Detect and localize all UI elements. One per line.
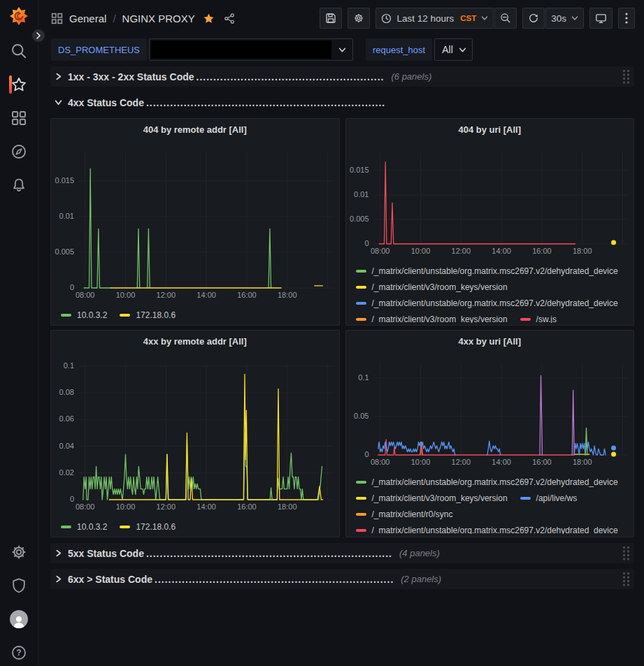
cycle-view-mode-button[interactable] — [589, 8, 613, 29]
panel-title[interactable]: 4xx by remote addr [All] — [51, 331, 339, 350]
row-title: 4xx Status Code — [68, 97, 144, 108]
dashboard-gear-icon — [353, 13, 364, 24]
legend-item[interactable]: /sw.js — [520, 314, 557, 324]
row-panel-count: (2 panels) — [401, 574, 441, 584]
chart-wrap: 08:0010:0012:0014:0016:0018:00 — [79, 364, 333, 513]
row-panel-count: (6 panels) — [391, 71, 431, 82]
legend-label: 10.0.3.2 — [77, 522, 107, 532]
chart-canvas[interactable]: 08:0010:0012:0014:0016:0018:00 — [79, 152, 333, 301]
sidebar-item-alerting[interactable] — [0, 168, 38, 202]
sidebar-item-dashboards[interactable] — [0, 101, 38, 135]
legend-item[interactable]: /_matrix/client/v3/room_keys/version — [356, 314, 508, 324]
favorite-star-icon[interactable] — [203, 13, 215, 24]
chart-canvas[interactable]: 08:0010:0012:0014:0016:0018:00 — [374, 152, 628, 257]
y-tick-label: 0.02 — [59, 468, 74, 477]
row-5xx-status-code[interactable]: 5xx Status Code ........................… — [50, 543, 634, 563]
legend-row: /_matrix/client/unstable/org.matrix.msc2… — [356, 263, 629, 279]
legend-item[interactable]: /_matrix/client/r0/sync — [356, 509, 453, 519]
legend-item[interactable]: 172.18.0.6 — [120, 522, 176, 532]
row-drag-handle[interactable] — [622, 69, 630, 84]
svg-text:18:00: 18:00 — [572, 458, 592, 466]
share-icon[interactable] — [224, 13, 236, 24]
breadcrumb-title[interactable]: NGINX PROXY — [122, 13, 195, 24]
legend: /_matrix/client/unstable/org.matrix.msc2… — [356, 474, 629, 534]
timezone-badge: CST — [460, 14, 476, 22]
row-1xx-3xx-2xx-status-code[interactable]: 1xx - 3xx - 2xx Status Code ............… — [50, 66, 634, 87]
sidebar-item-admin[interactable] — [0, 569, 38, 602]
clock-icon — [381, 13, 392, 24]
sidebar-item-favorites[interactable] — [0, 68, 38, 101]
chart-wrap: 08:0010:0012:0014:0016:0018:00 — [79, 152, 333, 301]
legend-item[interactable]: /_matrix/client/unstable/org.matrix.msc2… — [356, 266, 618, 276]
legend-label: /_matrix/client/unstable/org.matrix.msc2… — [372, 477, 618, 487]
sidebar-item-settings[interactable] — [0, 535, 38, 569]
sidebar-item-profile[interactable] — [0, 602, 38, 636]
time-range-picker[interactable]: Last 12 hours CST — [375, 8, 494, 29]
y-axis: 00.050.1 — [346, 364, 374, 455]
row-6xx-status-code[interactable]: 6xx > Status Code ......................… — [50, 569, 634, 589]
svg-text:14:00: 14:00 — [492, 458, 511, 466]
svg-text:10:00: 10:00 — [410, 247, 430, 255]
legend-item[interactable]: 172.18.0.6 — [120, 310, 176, 320]
legend: 10.0.3.2172.18.0.6 — [61, 307, 334, 323]
bell-icon — [10, 177, 27, 194]
refresh-button[interactable] — [522, 8, 545, 29]
refresh-group: 30s — [522, 8, 584, 29]
variable-ds-value-dropdown[interactable] — [149, 38, 353, 61]
breadcrumb-separator: / — [113, 13, 115, 24]
chart-wrap: 08:0010:0012:0014:0016:0018:00 — [374, 152, 628, 257]
legend-label: /_matrix/client/v3/room_keys/version — [372, 493, 508, 503]
dashboard-menu-button[interactable] — [618, 8, 635, 29]
grafana-logo-icon[interactable] — [9, 6, 29, 26]
legend-item[interactable]: /_matrix/client/unstable/org.matrix.msc2… — [356, 477, 618, 487]
chart-canvas[interactable]: 08:0010:0012:0014:0016:0018:00 — [374, 364, 628, 468]
legend-item[interactable]: /api/live/ws — [520, 493, 578, 503]
chevron-right-icon — [55, 549, 62, 557]
svg-text:14:00: 14:00 — [196, 291, 216, 299]
y-axis: 00.0050.010.015 — [51, 152, 79, 288]
save-dashboard-button[interactable] — [320, 8, 342, 29]
legend-row: 10.0.3.2172.18.0.6 — [61, 519, 334, 535]
legend-item[interactable]: /_matrix/client/unstable/org.matrix.msc2… — [356, 526, 618, 535]
breadcrumb-section[interactable]: General — [69, 13, 106, 24]
apps-grid-icon[interactable] — [51, 13, 63, 24]
variable-host-value-dropdown[interactable]: All — [434, 38, 473, 61]
row-leader-dots: ........................................… — [146, 548, 392, 559]
sidebar-item-help[interactable]: ? — [0, 636, 38, 666]
legend-item[interactable]: /_matrix/client/v3/room_keys/version — [356, 282, 508, 292]
refresh-interval-picker[interactable]: 30s — [545, 8, 584, 29]
legend-row: 10.0.3.2172.18.0.6 — [61, 307, 334, 323]
legend-item[interactable]: 10.0.3.2 — [61, 310, 107, 320]
legend: /_matrix/client/unstable/org.matrix.msc2… — [356, 263, 629, 323]
row-title: 1xx - 3xx - 2xx Status Code — [68, 71, 194, 82]
panel-title[interactable]: 4xx by uri [All] — [346, 331, 634, 350]
help-question-icon: ? — [10, 644, 27, 661]
dashboard-nav: General / NGINX PROXY — [38, 0, 644, 36]
y-tick-label: 0.015 — [350, 166, 369, 174]
expand-sidebar-button[interactable] — [29, 27, 48, 45]
row-drag-handle[interactable] — [622, 572, 630, 586]
legend-item[interactable]: /_matrix/client/unstable/org.matrix.msc2… — [356, 298, 618, 308]
search-icon — [10, 43, 27, 59]
svg-text:08:00: 08:00 — [76, 291, 95, 299]
row-drag-handle[interactable] — [622, 546, 630, 560]
svg-text:18:00: 18:00 — [572, 247, 592, 255]
gear-icon — [10, 544, 27, 560]
legend-item[interactable]: 10.0.3.2 — [61, 522, 107, 532]
refresh-icon — [528, 13, 539, 24]
legend-swatch — [356, 302, 366, 305]
sidebar-item-explore[interactable] — [0, 135, 38, 168]
svg-text:12:00: 12:00 — [157, 502, 176, 511]
row-4xx-status-code[interactable]: 4xx Status Code ........................… — [50, 92, 634, 113]
zoom-out-button[interactable] — [494, 8, 517, 29]
panel-title[interactable]: 404 by uri [All] — [346, 119, 634, 138]
panel-grid: 404 by remote addr [All]00.0050.010.0150… — [50, 118, 634, 537]
legend-item[interactable]: /_matrix/client/v3/room_keys/version — [356, 493, 508, 503]
panel-404-by-uri-all: 404 by uri [All]00.0050.010.01508:0010:0… — [345, 118, 635, 326]
legend-label: 172.18.0.6 — [136, 522, 176, 532]
svg-text:14:00: 14:00 — [492, 247, 511, 255]
legend-swatch — [356, 481, 366, 484]
dashboard-settings-button[interactable] — [348, 8, 370, 29]
chart-canvas[interactable]: 08:0010:0012:0014:0016:0018:00 — [79, 364, 333, 513]
panel-title[interactable]: 404 by remote addr [All] — [51, 119, 339, 138]
